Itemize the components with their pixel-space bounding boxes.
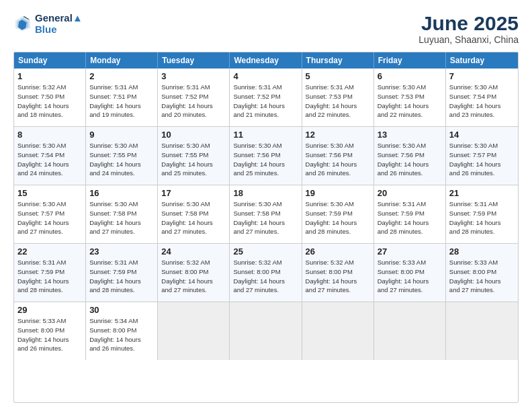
calendar: Sunday Monday Tuesday Wednesday Thursday…: [13, 52, 519, 403]
cal-cell-4-1: 22Sunrise: 5:31 AM Sunset: 7:59 PM Dayli…: [14, 244, 86, 302]
cal-cell-1-6: 6Sunrise: 5:30 AM Sunset: 7:53 PM Daylig…: [374, 68, 446, 126]
day-number-10: 10: [161, 130, 226, 140]
day-info-3: Sunrise: 5:31 AM Sunset: 7:52 PM Dayligh…: [161, 83, 226, 120]
cal-cell-2-3: 10Sunrise: 5:30 AM Sunset: 7:55 PM Dayli…: [158, 127, 230, 185]
cal-cell-2-4: 11Sunrise: 5:30 AM Sunset: 7:56 PM Dayli…: [230, 127, 302, 185]
day-number-8: 8: [17, 130, 82, 140]
day-number-30: 30: [89, 305, 154, 315]
cal-cell-1-3: 3Sunrise: 5:31 AM Sunset: 7:52 PM Daylig…: [158, 68, 230, 126]
day-number-23: 23: [89, 246, 154, 257]
cal-cell-2-2: 9Sunrise: 5:30 AM Sunset: 7:55 PM Daylig…: [86, 127, 158, 185]
day-number-6: 6: [378, 71, 442, 81]
day-info-13: Sunrise: 5:30 AM Sunset: 7:56 PM Dayligh…: [378, 141, 442, 178]
logo-text: General▲ Blue: [35, 12, 83, 35]
cal-cell-5-2: 30Sunrise: 5:34 AM Sunset: 8:00 PM Dayli…: [86, 302, 158, 360]
week-row-2: 8Sunrise: 5:30 AM Sunset: 7:54 PM Daylig…: [14, 127, 518, 185]
day-info-2: Sunrise: 5:31 AM Sunset: 7:51 PM Dayligh…: [89, 83, 154, 120]
day-number-9: 9: [89, 130, 154, 140]
day-number-14: 14: [449, 130, 515, 140]
title-block: June 2025 Luyuan, Shaanxi, China: [418, 12, 519, 45]
cal-cell-5-3: [158, 302, 230, 360]
header: General▲ Blue June 2025 Luyuan, Shaanxi,…: [13, 12, 519, 45]
day-number-1: 1: [17, 71, 82, 81]
cal-cell-2-1: 8Sunrise: 5:30 AM Sunset: 7:54 PM Daylig…: [14, 127, 86, 185]
cal-cell-3-3: 17Sunrise: 5:30 AM Sunset: 7:58 PM Dayli…: [158, 185, 230, 243]
cal-cell-3-7: 21Sunrise: 5:31 AM Sunset: 7:59 PM Dayli…: [446, 185, 518, 243]
cal-cell-1-7: 7Sunrise: 5:30 AM Sunset: 7:54 PM Daylig…: [446, 68, 518, 126]
cal-cell-1-1: 1Sunrise: 5:32 AM Sunset: 7:50 PM Daylig…: [14, 68, 86, 126]
day-info-17: Sunrise: 5:30 AM Sunset: 7:58 PM Dayligh…: [161, 199, 226, 236]
day-number-3: 3: [161, 71, 226, 81]
cal-cell-3-2: 16Sunrise: 5:30 AM Sunset: 7:58 PM Dayli…: [86, 185, 158, 243]
main-title: June 2025: [418, 12, 519, 34]
day-number-19: 19: [306, 188, 370, 198]
subtitle: Luyuan, Shaanxi, China: [418, 34, 519, 45]
day-number-22: 22: [17, 246, 82, 257]
day-info-21: Sunrise: 5:31 AM Sunset: 7:59 PM Dayligh…: [449, 199, 515, 236]
day-info-28: Sunrise: 5:33 AM Sunset: 8:00 PM Dayligh…: [449, 258, 515, 295]
day-info-5: Sunrise: 5:31 AM Sunset: 7:53 PM Dayligh…: [306, 83, 370, 120]
calendar-header: Sunday Monday Tuesday Wednesday Thursday…: [14, 52, 518, 68]
day-number-18: 18: [233, 188, 298, 198]
day-info-22: Sunrise: 5:31 AM Sunset: 7:59 PM Dayligh…: [17, 258, 82, 295]
day-info-20: Sunrise: 5:31 AM Sunset: 7:59 PM Dayligh…: [378, 199, 442, 236]
day-info-10: Sunrise: 5:30 AM Sunset: 7:55 PM Dayligh…: [161, 141, 226, 178]
day-info-12: Sunrise: 5:30 AM Sunset: 7:56 PM Dayligh…: [306, 141, 370, 178]
day-info-8: Sunrise: 5:30 AM Sunset: 7:54 PM Dayligh…: [17, 141, 82, 178]
header-saturday: Saturday: [446, 52, 518, 68]
day-number-15: 15: [17, 188, 82, 198]
day-number-25: 25: [233, 246, 298, 257]
day-number-7: 7: [449, 71, 515, 81]
cal-cell-5-6: [374, 302, 446, 360]
logo: General▲ Blue: [13, 12, 83, 35]
day-number-4: 4: [233, 71, 298, 81]
header-thursday: Thursday: [302, 52, 374, 68]
week-row-5: 29Sunrise: 5:33 AM Sunset: 8:00 PM Dayli…: [14, 302, 518, 360]
day-info-19: Sunrise: 5:30 AM Sunset: 7:59 PM Dayligh…: [306, 199, 370, 236]
cal-cell-4-3: 24Sunrise: 5:32 AM Sunset: 8:00 PM Dayli…: [158, 244, 230, 302]
day-number-27: 27: [378, 246, 442, 257]
cal-cell-5-7: [446, 302, 518, 360]
day-number-2: 2: [89, 71, 154, 81]
day-number-12: 12: [306, 130, 370, 140]
day-number-13: 13: [378, 130, 442, 140]
day-number-28: 28: [449, 246, 515, 257]
header-wednesday: Wednesday: [230, 52, 302, 68]
day-number-21: 21: [449, 188, 515, 198]
day-info-9: Sunrise: 5:30 AM Sunset: 7:55 PM Dayligh…: [89, 141, 154, 178]
logo-icon: [13, 14, 32, 33]
cal-cell-1-4: 4Sunrise: 5:31 AM Sunset: 7:52 PM Daylig…: [230, 68, 302, 126]
week-row-1: 1Sunrise: 5:32 AM Sunset: 7:50 PM Daylig…: [14, 68, 518, 127]
cal-cell-4-6: 27Sunrise: 5:33 AM Sunset: 8:00 PM Dayli…: [374, 244, 446, 302]
day-number-17: 17: [161, 188, 226, 198]
cal-cell-3-1: 15Sunrise: 5:30 AM Sunset: 7:57 PM Dayli…: [14, 185, 86, 243]
cal-cell-4-5: 26Sunrise: 5:32 AM Sunset: 8:00 PM Dayli…: [302, 244, 374, 302]
day-info-24: Sunrise: 5:32 AM Sunset: 8:00 PM Dayligh…: [161, 258, 226, 295]
header-sunday: Sunday: [14, 52, 86, 68]
calendar-body: 1Sunrise: 5:32 AM Sunset: 7:50 PM Daylig…: [14, 68, 518, 360]
day-info-30: Sunrise: 5:34 AM Sunset: 8:00 PM Dayligh…: [89, 316, 154, 353]
day-info-15: Sunrise: 5:30 AM Sunset: 7:57 PM Dayligh…: [17, 199, 82, 236]
cal-cell-5-5: [302, 302, 374, 360]
day-info-25: Sunrise: 5:32 AM Sunset: 8:00 PM Dayligh…: [233, 258, 298, 295]
day-info-18: Sunrise: 5:30 AM Sunset: 7:58 PM Dayligh…: [233, 199, 298, 236]
cal-cell-3-6: 20Sunrise: 5:31 AM Sunset: 7:59 PM Dayli…: [374, 185, 446, 243]
day-info-29: Sunrise: 5:33 AM Sunset: 8:00 PM Dayligh…: [17, 316, 82, 353]
cal-cell-3-5: 19Sunrise: 5:30 AM Sunset: 7:59 PM Dayli…: [302, 185, 374, 243]
day-number-20: 20: [378, 188, 442, 198]
cal-cell-5-4: [230, 302, 302, 360]
cal-cell-5-1: 29Sunrise: 5:33 AM Sunset: 8:00 PM Dayli…: [14, 302, 86, 360]
day-info-14: Sunrise: 5:30 AM Sunset: 7:57 PM Dayligh…: [449, 141, 515, 178]
cal-cell-2-5: 12Sunrise: 5:30 AM Sunset: 7:56 PM Dayli…: [302, 127, 374, 185]
day-info-11: Sunrise: 5:30 AM Sunset: 7:56 PM Dayligh…: [233, 141, 298, 178]
day-number-29: 29: [17, 305, 82, 315]
cal-cell-1-5: 5Sunrise: 5:31 AM Sunset: 7:53 PM Daylig…: [302, 68, 374, 126]
day-number-5: 5: [306, 71, 370, 81]
header-friday: Friday: [374, 52, 446, 68]
header-monday: Monday: [86, 52, 158, 68]
day-info-26: Sunrise: 5:32 AM Sunset: 8:00 PM Dayligh…: [306, 258, 370, 295]
week-row-3: 15Sunrise: 5:30 AM Sunset: 7:57 PM Dayli…: [14, 185, 518, 244]
day-info-23: Sunrise: 5:31 AM Sunset: 7:59 PM Dayligh…: [89, 258, 154, 295]
cal-cell-2-6: 13Sunrise: 5:30 AM Sunset: 7:56 PM Dayli…: [374, 127, 446, 185]
day-number-16: 16: [89, 188, 154, 198]
